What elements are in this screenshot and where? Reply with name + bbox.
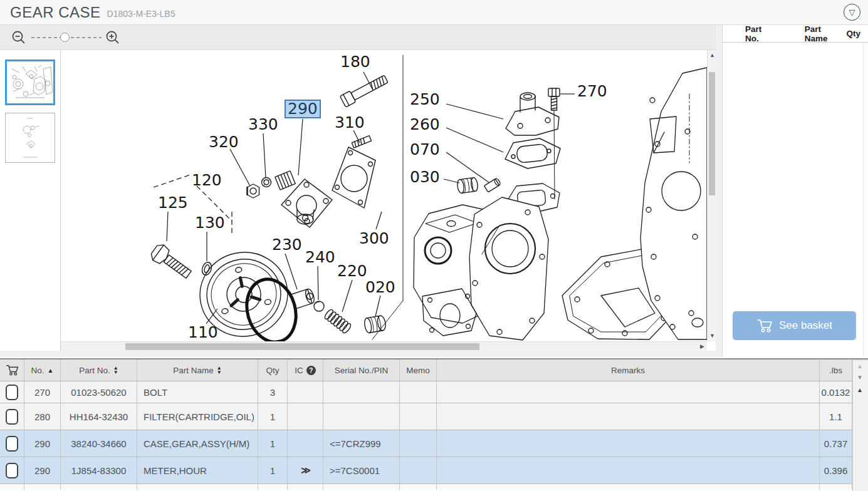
sort-ascending-icon: ▲ (48, 367, 54, 374)
table-row-290[interactable]: 2901J854-83300METER,HOUR1≫>=7CS00010.396 (0, 457, 868, 484)
cell-ic (288, 430, 323, 457)
basket-panel-header: Part No. Part Name Qty (723, 25, 868, 43)
scroll-down-icon[interactable]: ▼ (709, 333, 715, 339)
empty-cell (258, 484, 288, 490)
part-oring-130 (201, 261, 213, 276)
header-remarks: Remarks (437, 359, 820, 381)
callout-label-250[interactable]: 250 (410, 91, 440, 108)
cart-icon (756, 318, 773, 333)
part-oring-large (239, 274, 303, 341)
callout-label-130[interactable]: 130 (195, 215, 225, 231)
cell-serial: <=7CRZ999 (323, 430, 400, 457)
model-code: D1803-M-E3-LB5 (107, 9, 175, 19)
callout-label-330[interactable]: 330 (248, 116, 278, 133)
callout-label-260[interactable]: 260 (410, 116, 440, 133)
cell-no: 290 (24, 457, 61, 483)
header-lbs: .lbs (820, 359, 852, 381)
sort-both-icon: ▲▼ (113, 366, 118, 375)
vertical-scrollbar-thumb[interactable] (709, 72, 715, 195)
callout-label-180[interactable]: 180 (340, 54, 370, 70)
page-header: GEAR CASE D1803-M-E3-LB5 ▽ (0, 0, 868, 25)
header-no[interactable]: No.▲ (24, 359, 61, 381)
cell-serial (323, 403, 400, 430)
cell-memo (400, 430, 437, 457)
part-flange-housing (641, 68, 707, 339)
scroll-up-icon[interactable]: ▲ (857, 363, 863, 370)
scroll-right-icon[interactable]: ▶ (700, 344, 704, 349)
collapse-panel-button[interactable]: ▽ (844, 4, 860, 21)
page-thumbnail-2[interactable] (5, 113, 55, 163)
basket-panel: Part No. Part Name Qty See basket (722, 25, 868, 361)
cell-part_no: HH164-32430 (61, 403, 137, 430)
row-checkbox[interactable] (6, 409, 18, 425)
horizontal-scrollbar[interactable]: ▶ (61, 341, 707, 351)
callout-label-270[interactable]: 270 (577, 83, 607, 100)
empty-cell (820, 484, 852, 490)
callout-label-320[interactable]: 320 (209, 134, 239, 150)
zoom-in-icon[interactable] (105, 30, 120, 45)
callout-label-290[interactable]: 290 (285, 100, 321, 118)
basket-col-qty: Qty (846, 29, 860, 38)
table-row-290[interactable]: 29038240-34660CASE,GEAR,ASSY(H/M)1<=7CRZ… (0, 430, 868, 457)
scroll-up-icon[interactable]: ▲ (709, 53, 715, 58)
callout-label-030[interactable]: 030 (410, 169, 440, 185)
cell-serial (323, 381, 400, 403)
zoom-slider[interactable] (31, 37, 102, 38)
part-bolt-180 (340, 73, 389, 107)
empty-cell (400, 484, 437, 490)
table-row-280[interactable]: 280HH164-32430FILTER(CARTRIDGE,OIL)11.1 (0, 403, 868, 430)
see-basket-label: See basket (779, 319, 832, 332)
see-basket-button[interactable]: See basket (733, 311, 856, 340)
table-row-270[interactable]: 27001023-50620BOLT30.0132 (0, 381, 868, 403)
cell-qty: 1 (258, 457, 288, 483)
diagram-viewer[interactable]: 1802502702600700303302903103201201251302… (61, 50, 716, 351)
callout-label-220[interactable]: 220 (337, 263, 367, 279)
basket-scroll-track (863, 43, 864, 361)
scroll-down-icon[interactable]: ▼ (857, 375, 863, 381)
cell-ic (288, 403, 323, 430)
table-scrollbar[interactable]: ▲ ▼ ▲ (852, 361, 868, 491)
callout-label-230[interactable]: 230 (272, 237, 302, 253)
callout-label-020[interactable]: 020 (365, 279, 395, 296)
callout-label-120[interactable]: 120 (192, 172, 222, 189)
page-thumbnail-1-selected[interactable] (5, 59, 55, 105)
zoom-slider-handle[interactable] (60, 33, 70, 42)
cell-lbs: 1.1 (820, 403, 852, 430)
row-checkbox[interactable] (6, 385, 18, 400)
row-checkbox[interactable] (6, 436, 18, 452)
callout-label-310[interactable]: 310 (335, 115, 365, 131)
cell-lbs: 0.396 (820, 457, 852, 483)
cell-lbs: 0.0132 (820, 381, 852, 403)
zoom-out-icon[interactable] (11, 30, 26, 45)
ic-link-icon[interactable]: ≫ (301, 465, 310, 476)
empty-cell (24, 484, 61, 490)
part-spring-220 (323, 308, 352, 334)
triangle-down-icon: ▽ (849, 8, 855, 17)
part-pin-070 (484, 178, 501, 192)
cell-part_name: METER,HOUR (137, 457, 258, 483)
callout-label-125[interactable]: 125 (158, 195, 188, 211)
part-gear-case-body (414, 183, 674, 340)
parts-table-header: No.▲ Part No.▲▼ Part Name▲▼ Qty IC? Seri… (0, 359, 868, 381)
header-part-no[interactable]: Part No.▲▼ (61, 359, 137, 381)
part-stud-310 (352, 136, 371, 148)
cell-part_no: 01023-50620 (61, 381, 137, 403)
cell-remarks (437, 403, 820, 430)
part-valve-230 (291, 288, 316, 309)
callout-label-300[interactable]: 300 (359, 230, 389, 247)
part-bolt-125 (149, 242, 194, 282)
horizontal-scrollbar-thumb[interactable] (125, 343, 479, 350)
cell-no: 280 (24, 403, 61, 430)
part-bolt-270 (548, 88, 560, 110)
part-pump-290 (275, 171, 332, 227)
help-icon[interactable]: ? (306, 366, 316, 375)
callout-label-070[interactable]: 070 (410, 142, 440, 158)
cell-part_name: FILTER(CARTRIDGE,OIL) (137, 403, 258, 430)
callout-label-110[interactable]: 110 (188, 324, 218, 341)
row-checkbox[interactable] (6, 463, 18, 478)
header-cart-cell (0, 359, 24, 381)
header-part-name[interactable]: Part Name▲▼ (137, 359, 258, 381)
vertical-scrollbar[interactable]: ▲ ▼ (707, 50, 716, 341)
scroll-top-icon[interactable]: ▲ (857, 387, 863, 393)
callout-label-240[interactable]: 240 (305, 249, 335, 266)
